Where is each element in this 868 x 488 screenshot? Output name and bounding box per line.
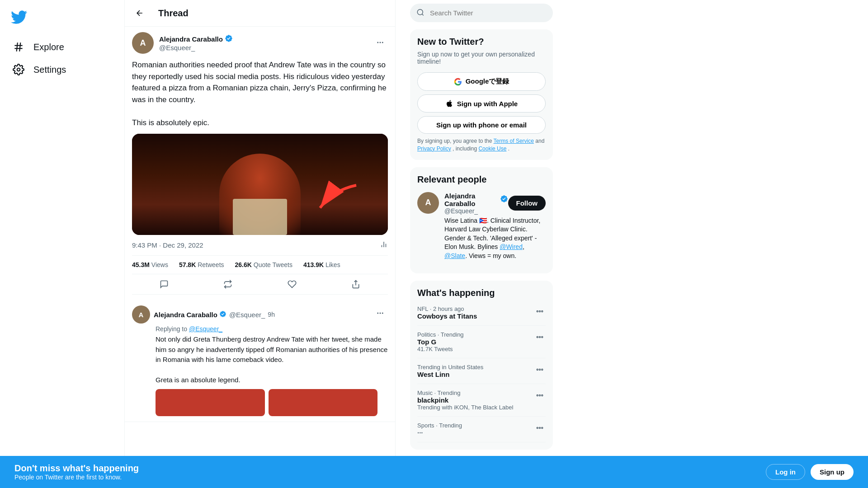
back-button[interactable] [132, 5, 147, 21]
svg-point-10 [377, 313, 378, 314]
email-signup-button[interactable]: Sign up with phone or email [417, 116, 546, 134]
analytics-icon[interactable] [380, 240, 388, 250]
sidebar-item-explore[interactable]: Explore [5, 36, 119, 58]
bottom-banner: Don't miss what's happening People on Tw… [0, 456, 868, 488]
tweet-author-handle: @Esqueer_ [159, 44, 233, 52]
retweet-button[interactable] [220, 276, 236, 292]
reply-author-details: Alejandra Caraballo @Esqueer_ 9h [154, 310, 275, 319]
reply-button[interactable] [156, 276, 172, 292]
tweet-image [132, 134, 388, 235]
banner-signup-button[interactable]: Sign up [811, 464, 854, 480]
svg-point-5 [377, 42, 378, 43]
trending-more-2[interactable] [534, 364, 546, 377]
trending-item-2-info: Trending in United States West Linn [417, 364, 483, 378]
relevant-person-row: A Alejandra Caraballo @Esqueer_ [417, 192, 546, 261]
hash-icon [13, 41, 24, 53]
svg-point-11 [380, 313, 381, 314]
reply-tweet: A Alejandra Caraballo @Esqueer_ 9h [125, 300, 395, 422]
like-button[interactable] [284, 276, 300, 292]
relevant-people-widget: Relevant people A Alejandra Caraballo @ [410, 167, 553, 273]
replying-to-link[interactable]: @Esqueer_ [189, 325, 222, 333]
thread-header: Thread [125, 0, 395, 27]
google-icon [454, 78, 462, 86]
wired-link[interactable]: @Wired [500, 243, 523, 250]
main-tweet: A Alejandra Caraballo @Esqueer_ [125, 27, 395, 300]
search-input[interactable] [410, 4, 553, 22]
svg-line-14 [422, 14, 423, 15]
sidebar-item-settings[interactable]: Settings [5, 58, 119, 81]
banner-login-button[interactable]: Log in [766, 464, 805, 480]
svg-point-26 [542, 394, 543, 396]
svg-point-17 [542, 310, 543, 312]
relevant-person-avatar: A [417, 192, 439, 214]
svg-point-13 [417, 9, 423, 14]
search-icon [416, 8, 425, 18]
trending-item-1[interactable]: Politics · Trending Top G 41.7K Tweets [417, 326, 546, 358]
reply-time: 9h [268, 311, 275, 318]
reply-name-row: Alejandra Caraballo @Esqueer_ 9h [154, 310, 275, 319]
apple-signup-button[interactable]: Sign up with Apple [417, 94, 546, 113]
person-handle: @Esqueer_ [444, 207, 508, 215]
privacy-policy-link[interactable]: Privacy Policy [417, 145, 451, 152]
svg-point-15 [537, 310, 538, 312]
svg-line-3 [19, 42, 20, 52]
retweets-stat[interactable]: 57.8K Retweets [179, 261, 224, 268]
tweet-author-row: A Alejandra Caraballo @Esqueer_ [132, 32, 388, 54]
twitter-bird-icon [11, 9, 27, 25]
search-box [410, 4, 553, 22]
reply-author-info: A Alejandra Caraballo @Esqueer_ 9h [132, 305, 275, 324]
trending-count-1: 41.7K Tweets [417, 346, 464, 352]
explore-label: Explore [33, 42, 64, 52]
tweet-author-name: Alejandra Caraballo [159, 34, 233, 44]
tweet-author-avatar: A [132, 32, 154, 54]
svg-point-7 [382, 42, 383, 43]
svg-point-20 [542, 336, 543, 338]
trending-topic-4: ··· [417, 429, 462, 436]
reply-text: Not only did Greta Thunberg destroy Andr… [132, 334, 388, 385]
terms-of-service-link[interactable]: Terms of Service [494, 138, 534, 144]
svg-point-18 [537, 336, 538, 338]
trending-count-3: Trending with iKON, The Black Label [417, 404, 513, 411]
likes-stat[interactable]: 413.9K Likes [303, 261, 340, 268]
twitter-logo[interactable] [5, 4, 119, 32]
tweet-stats: 45.3M Views 57.8K Retweets 26.6K Quote T… [132, 256, 388, 274]
trending-item-0[interactable]: NFL · 2 hours ago Cowboys at Titans [417, 300, 546, 326]
svg-point-27 [537, 427, 538, 428]
trending-item-4-info: Sports · Trending ··· [417, 422, 462, 436]
main-content: Thread A Alejandra Caraballo @Esqueer_ [124, 0, 396, 488]
media-thumb-1 [156, 389, 265, 416]
svg-point-23 [542, 369, 543, 370]
slate-link[interactable]: @Slate [444, 252, 465, 259]
svg-point-25 [539, 394, 541, 396]
tweet-more-button[interactable] [373, 35, 388, 52]
google-signup-button[interactable]: Googleで登録 [417, 72, 546, 91]
quote-tweets-stat[interactable]: 26.6K Quote Tweets [235, 261, 292, 268]
svg-point-16 [539, 310, 541, 312]
trending-item-4[interactable]: Sports · Trending ··· [417, 417, 546, 442]
trending-item-2[interactable]: Trending in United States West Linn [417, 358, 546, 384]
new-to-twitter-title: New to Twitter? [417, 37, 546, 47]
media-thumb-2 [269, 389, 378, 416]
trending-item-0-info: NFL · 2 hours ago Cowboys at Titans [417, 305, 477, 320]
follow-button[interactable]: Follow [508, 196, 546, 211]
replying-to: Replying to @Esqueer_ [132, 325, 388, 333]
tweet-text-body: Romanian authorities needed proof that A… [132, 59, 388, 128]
share-button[interactable] [348, 276, 364, 292]
trending-more-0[interactable] [534, 305, 546, 319]
trending-item-3[interactable]: Music · Trending blackpink Trending with… [417, 384, 546, 417]
svg-point-19 [539, 336, 541, 338]
reply-author-row: A Alejandra Caraballo @Esqueer_ 9h [132, 305, 388, 324]
tweet-author-details: Alejandra Caraballo @Esqueer_ [159, 34, 233, 52]
reply-verified [219, 310, 226, 319]
banner-main-text: Don't miss what's happening [14, 463, 139, 474]
reply-avatar: A [132, 305, 150, 324]
trending-more-1[interactable] [534, 331, 546, 344]
views-stat[interactable]: 45.3M Views [132, 261, 168, 268]
trending-category-2: Trending in United States [417, 364, 483, 371]
cookie-use-link[interactable]: Cookie Use [478, 145, 506, 152]
trending-more-4[interactable] [534, 422, 546, 435]
reply-more-button[interactable] [373, 305, 388, 322]
trending-category-0: NFL · 2 hours ago [417, 305, 477, 312]
trending-category-1: Politics · Trending [417, 331, 464, 338]
trending-more-3[interactable] [534, 389, 546, 403]
